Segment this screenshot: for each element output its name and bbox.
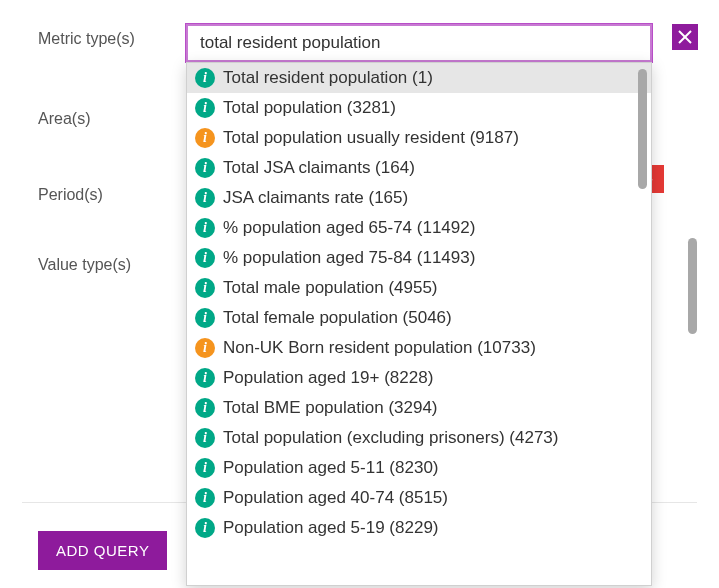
- info-icon: i: [195, 158, 215, 178]
- info-icon: i: [195, 218, 215, 238]
- close-icon: [678, 30, 692, 44]
- dropdown-option-label: Total resident population (1): [223, 68, 639, 88]
- dropdown-option-label: Total male population (4955): [223, 278, 639, 298]
- metric-autocomplete-dropdown[interactable]: iTotal resident population (1)iTotal pop…: [186, 62, 652, 586]
- dropdown-option-label: Total BME population (3294): [223, 398, 639, 418]
- info-icon: i: [195, 488, 215, 508]
- dropdown-option-label: Total JSA claimants (164): [223, 158, 639, 178]
- dropdown-option[interactable]: iJSA claimants rate (165): [187, 183, 651, 213]
- info-icon: i: [195, 98, 215, 118]
- info-icon: i: [195, 368, 215, 388]
- metric-type-input[interactable]: [186, 24, 652, 62]
- dropdown-option-label: Total population (excluding prisoners) (…: [223, 428, 639, 448]
- area-label: Area(s): [38, 104, 186, 128]
- close-button[interactable]: [672, 24, 698, 50]
- dropdown-option-label: Total population usually resident (9187): [223, 128, 639, 148]
- dropdown-option-label: JSA claimants rate (165): [223, 188, 639, 208]
- dropdown-option-label: % population aged 75-84 (11493): [223, 248, 639, 268]
- dropdown-option[interactable]: i% population aged 65-74 (11492): [187, 213, 651, 243]
- dropdown-option-label: Total female population (5046): [223, 308, 639, 328]
- dropdown-option[interactable]: iPopulation aged 5-11 (8230): [187, 453, 651, 483]
- dropdown-option[interactable]: iTotal population usually resident (9187…: [187, 123, 651, 153]
- dropdown-option[interactable]: iTotal JSA claimants (164): [187, 153, 651, 183]
- info-icon: i: [195, 338, 215, 358]
- info-icon: i: [195, 128, 215, 148]
- dropdown-option-label: % population aged 65-74 (11492): [223, 218, 639, 238]
- dropdown-option[interactable]: iPopulation aged 40-74 (8515): [187, 483, 651, 513]
- dropdown-option[interactable]: iPopulation aged 19+ (8228): [187, 363, 651, 393]
- info-icon: i: [195, 428, 215, 448]
- info-icon: i: [195, 458, 215, 478]
- dropdown-option[interactable]: iNon-UK Born resident population (10733): [187, 333, 651, 363]
- dropdown-option[interactable]: iTotal BME population (3294): [187, 393, 651, 423]
- dropdown-option[interactable]: iPopulation aged 5-19 (8229): [187, 513, 651, 543]
- info-icon: i: [195, 398, 215, 418]
- dropdown-option-label: Total population (3281): [223, 98, 639, 118]
- dropdown-option[interactable]: iTotal population (3281): [187, 93, 651, 123]
- dropdown-option-label: Non-UK Born resident population (10733): [223, 338, 639, 358]
- dropdown-option[interactable]: iTotal female population (5046): [187, 303, 651, 333]
- info-icon: i: [195, 248, 215, 268]
- dropdown-option-label: Population aged 5-19 (8229): [223, 518, 639, 538]
- dropdown-option[interactable]: iTotal male population (4955): [187, 273, 651, 303]
- period-label: Period(s): [38, 180, 186, 204]
- metric-type-label: Metric type(s): [38, 24, 186, 48]
- add-query-button[interactable]: ADD QUERY: [38, 531, 167, 570]
- page-scrollbar-thumb[interactable]: [688, 238, 697, 334]
- dropdown-option[interactable]: iTotal population (excluding prisoners) …: [187, 423, 651, 453]
- dropdown-scrollbar-thumb[interactable]: [638, 69, 647, 189]
- dropdown-option-label: Population aged 5-11 (8230): [223, 458, 639, 478]
- info-icon: i: [195, 308, 215, 328]
- dropdown-option[interactable]: iTotal resident population (1): [187, 63, 651, 93]
- dropdown-option[interactable]: i% population aged 75-84 (11493): [187, 243, 651, 273]
- dropdown-option-label: Population aged 40-74 (8515): [223, 488, 639, 508]
- dropdown-option-label: Population aged 19+ (8228): [223, 368, 639, 388]
- value-type-label: Value type(s): [38, 250, 186, 274]
- info-icon: i: [195, 188, 215, 208]
- info-icon: i: [195, 278, 215, 298]
- info-icon: i: [195, 68, 215, 88]
- info-icon: i: [195, 518, 215, 538]
